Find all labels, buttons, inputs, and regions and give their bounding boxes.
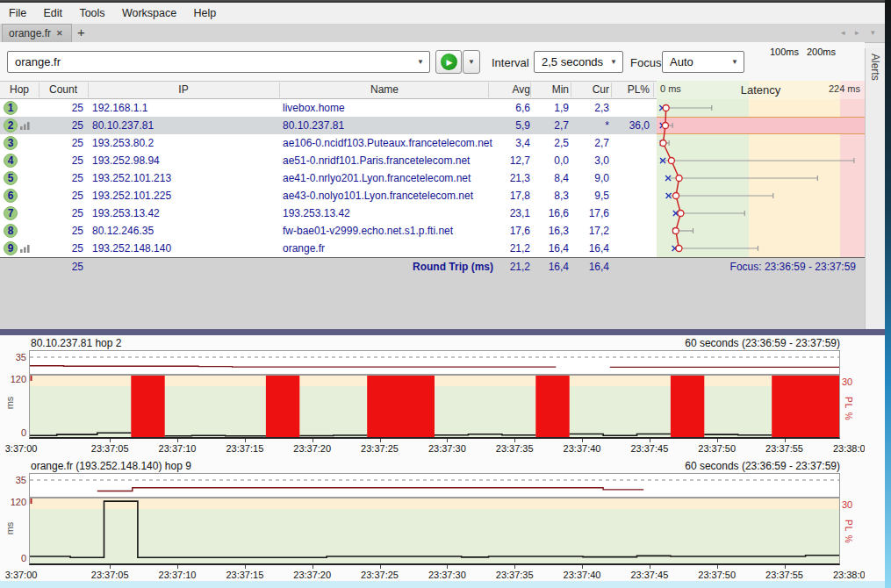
tab-scroll-left-icon[interactable]: ◂ (841, 28, 845, 37)
latency-axis-min: 0 (0, 427, 26, 438)
interval-value: 2,5 seconds (542, 55, 603, 68)
interval-label: Interval (492, 56, 529, 69)
row-count: 25 (35, 154, 83, 167)
col-min[interactable]: Min (534, 83, 569, 96)
jitter-axis-max: 35 (0, 352, 26, 362)
packet-loss-bar (131, 376, 164, 437)
latency-panel (29, 375, 840, 439)
trace-latency-graph (657, 99, 865, 257)
pl-axis-max: 30 (842, 499, 852, 510)
ms-axis-label: ms (4, 397, 15, 410)
table-row[interactable]: 125192.168.1.1livebox.home6,61,92,3 (0, 99, 657, 117)
col-count[interactable]: Count (39, 83, 88, 96)
table-row[interactable]: 525193.252.101.213ae41-0.nrlyo201.Lyon.f… (0, 169, 657, 187)
timeline-graph-icon (20, 122, 31, 131)
start-trace-button[interactable]: ▶ (435, 50, 462, 74)
jitter-plot (30, 351, 839, 374)
header-separator (611, 82, 612, 97)
summary-count: 25 (35, 261, 83, 273)
hop-badge: 8 (4, 224, 18, 238)
table-row[interactable]: 82580.12.246.35fw-bae01-v2999.echo.net.s… (0, 222, 657, 240)
row-count: 25 (35, 102, 83, 114)
ms-axis-label: ms (4, 522, 15, 535)
header-separator (279, 82, 280, 97)
header-separator (488, 82, 489, 97)
col-hop[interactable]: Hop (0, 83, 39, 96)
target-combobox[interactable]: orange.fr ▼ (7, 51, 430, 73)
hop-badge: 4 (4, 154, 18, 168)
start-options-button[interactable]: ▼ (463, 50, 480, 74)
row-pl: 36,0 (613, 119, 650, 132)
packet-loss-bar (671, 376, 704, 437)
row-cur: 9,0 (572, 172, 609, 184)
table-row[interactable]: 925193.252.148.140orange.fr21,216,416,4 (0, 240, 657, 257)
menu-tools[interactable]: Tools (79, 7, 104, 19)
x-tick-mark (380, 439, 381, 442)
table-row[interactable]: 325193.253.80.2ae106-0.ncidf103.Puteaux.… (0, 134, 657, 152)
col-avg[interactable]: Avg (488, 83, 530, 96)
row-count: 25 (35, 172, 83, 184)
avg-latency-marker (676, 246, 682, 252)
table-row[interactable]: 725193.253.13.42193.253.13.4223,116,617,… (0, 204, 657, 222)
row-ip: 193.252.148.140 (92, 242, 278, 255)
x-tick-mark (245, 565, 246, 569)
row-count: 25 (35, 225, 83, 237)
row-name: orange.fr (283, 242, 490, 255)
x-tick-label: 23:37:45 (630, 443, 668, 454)
tab-bar: orange.fr ✕ + ◂ ▸ ▾ (0, 24, 885, 43)
menu-edit[interactable]: Edit (44, 7, 63, 19)
x-axis-labels: 23:37:0023:37:0523:37:1023:37:1523:37:20… (5, 570, 865, 582)
legend-100ms-label: 100ms (770, 47, 799, 57)
jitter-line (97, 488, 643, 491)
packet-loss-bar (772, 376, 839, 437)
table-row[interactable]: 625193.252.101.225ae43-0.nolyo101.Lyon.f… (0, 187, 657, 204)
row-count: 25 (35, 207, 83, 219)
tab-close-icon[interactable]: ✕ (56, 29, 63, 38)
pl-axis-label: PL % (844, 397, 853, 421)
menu-workspace[interactable]: Workspace (122, 7, 176, 19)
row-cur: 17,6 (572, 207, 609, 219)
row-ip: 192.168.1.1 (92, 102, 278, 114)
row-ip: 193.252.101.213 (92, 172, 278, 184)
interval-select[interactable]: 2,5 seconds ▼ (534, 51, 623, 73)
table-row[interactable]: 425193.252.98.94ae51-0.nridf101.Paris.fr… (0, 152, 657, 169)
tab-scroll-right-icon[interactable]: ▸ (855, 28, 859, 37)
menu-help[interactable]: Help (194, 7, 217, 19)
focus-select[interactable]: Auto ▼ (662, 51, 744, 73)
row-name: ae41-0.nrlyo201.Lyon.francetelecom.net (283, 172, 490, 184)
col-cur[interactable]: Cur (572, 83, 609, 96)
row-min: 1,9 (534, 102, 569, 114)
col-name[interactable]: Name (279, 83, 490, 96)
table-row[interactable]: 22580.10.237.8180.10.237.815,92,7*36,0 (0, 117, 657, 134)
x-tick-label: 23:38:00 (833, 570, 865, 580)
row-avg: 3,4 (488, 137, 530, 149)
x-tick-mark (110, 565, 111, 569)
chevron-down-icon: ▼ (610, 58, 617, 66)
col-ip[interactable]: IP (88, 83, 279, 96)
row-avg: 5,9 (488, 119, 530, 132)
tab-orange-fr[interactable]: orange.fr ✕ (2, 24, 72, 42)
menu-file[interactable]: File (9, 7, 26, 19)
pane-divider[interactable] (0, 329, 885, 335)
header-separator (88, 82, 89, 97)
x-tick-label: 23:37:05 (91, 443, 129, 454)
graph-title: orange.fr (193.252.148.140) hop 9 (31, 460, 191, 472)
latency-scale-max: 224 ms (772, 83, 860, 94)
x-tick-label: 23:37:30 (428, 443, 466, 454)
jitter-axis-max: 35 (0, 475, 26, 485)
packet-loss-bar (367, 376, 435, 437)
x-tick-mark (717, 439, 718, 442)
graph-range: 60 seconds (23:36:59 - 23:37:59) (527, 337, 840, 349)
graph-title: 80.10.237.81 hop 2 (31, 337, 121, 349)
row-cur: 17,2 (572, 225, 609, 237)
latency-axis-min: 0 (0, 553, 26, 563)
tab-list-icon[interactable]: ▾ (871, 28, 875, 37)
col-pl[interactable]: PL% (613, 83, 650, 96)
latency-axis-max: 120 (0, 374, 26, 384)
row-count: 25 (35, 119, 83, 132)
hop-badge: 9 (4, 241, 18, 255)
row-cur: 2,3 (572, 102, 609, 114)
header-separator (39, 82, 40, 97)
hop-badge: 1 (4, 101, 18, 115)
new-tab-button[interactable]: + (77, 25, 85, 39)
